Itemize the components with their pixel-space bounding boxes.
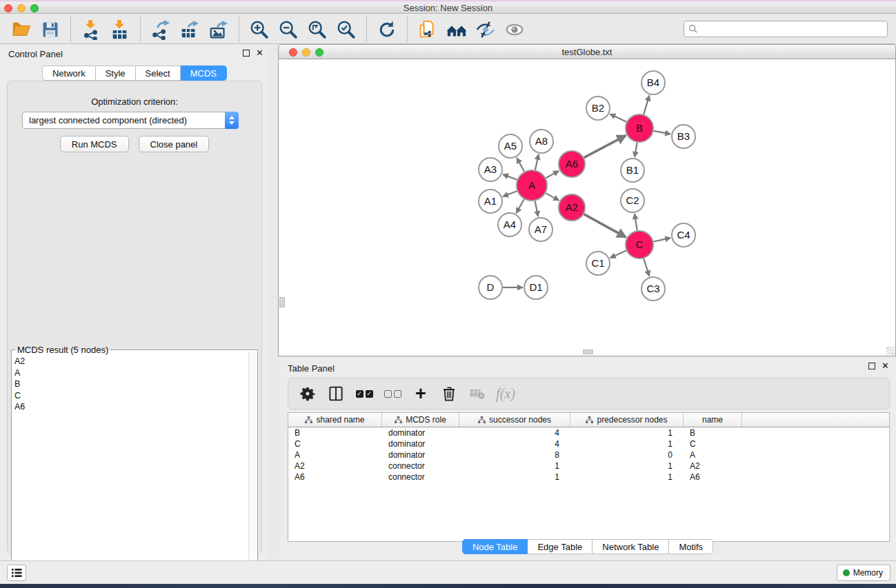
edge-A-A2[interactable]	[546, 193, 559, 201]
duplicate-network-button[interactable]	[415, 17, 441, 42]
save-session-button[interactable]	[37, 17, 63, 42]
result-item-b[interactable]: B	[14, 378, 246, 390]
home-button[interactable]	[444, 17, 470, 42]
search-input[interactable]	[698, 22, 887, 36]
node-A8[interactable]: A8	[530, 130, 553, 153]
result-item-a[interactable]: A	[14, 367, 246, 379]
node-B4[interactable]: B4	[641, 71, 665, 94]
node-A7[interactable]: A7	[529, 218, 552, 241]
edge-C-C2[interactable]	[635, 214, 637, 230]
zoom-out-button[interactable]	[275, 17, 301, 42]
edge-C-C4[interactable]	[654, 238, 670, 241]
table-row[interactable]: Bdominator41B	[288, 427, 889, 438]
add-column-button[interactable]: +	[410, 382, 432, 405]
result-item-a6[interactable]: A6	[14, 401, 246, 413]
edge-C-C3[interactable]	[644, 258, 649, 276]
tab-motifs[interactable]: Motifs	[669, 539, 713, 554]
node-D1[interactable]: D1	[524, 276, 548, 299]
resize-grip-icon[interactable]	[886, 347, 895, 355]
table-options-button[interactable]	[297, 382, 319, 405]
select-all-button[interactable]: ✓✓	[353, 382, 375, 405]
edge-A-A6[interactable]	[546, 171, 559, 178]
search-field[interactable]	[684, 21, 888, 37]
column-header-name[interactable]: name	[684, 413, 742, 427]
node-B[interactable]: B	[626, 114, 653, 142]
result-scrollbar[interactable]	[248, 352, 256, 582]
column-header-mcds-role[interactable]: MCDS role	[382, 413, 459, 427]
column-header-shared-name[interactable]: shared name	[288, 413, 382, 427]
table-close-panel-icon[interactable]: ✕	[882, 363, 889, 369]
edge-B-B3[interactable]	[654, 131, 670, 134]
result-item-c[interactable]: C	[14, 390, 246, 402]
memory-button[interactable]: Memory	[837, 565, 890, 581]
export-table-button[interactable]	[177, 17, 203, 42]
node-A1[interactable]: A1	[479, 190, 502, 213]
edge-C-C1[interactable]	[610, 251, 626, 258]
hide-graphics-details-button[interactable]	[472, 17, 499, 42]
node-C3[interactable]: C3	[641, 277, 665, 301]
show-graphics-details-button[interactable]	[501, 17, 528, 42]
delete-column-button[interactable]	[438, 382, 460, 405]
edge-A-A3[interactable]	[503, 174, 517, 180]
tab-network[interactable]: Network	[42, 65, 96, 81]
delete-table-button[interactable]	[466, 382, 488, 405]
show-columns-button[interactable]	[325, 382, 347, 405]
table-row[interactable]: A2connector11A2	[288, 460, 889, 472]
node-A2[interactable]: A2	[559, 194, 585, 221]
export-network-button[interactable]	[148, 17, 174, 42]
apply-function-button[interactable]: f(x)	[495, 382, 517, 405]
tab-node-table[interactable]: Node Table	[462, 539, 528, 554]
network-vertical-scrollbar[interactable]	[279, 297, 285, 307]
tab-mcds[interactable]: MCDS	[181, 65, 227, 81]
close-panel-icon[interactable]: ✕	[256, 50, 263, 57]
float-panel-icon[interactable]	[243, 50, 250, 57]
node-B2[interactable]: B2	[586, 97, 610, 120]
edge-A-A7[interactable]	[535, 201, 539, 216]
edge-B-B4[interactable]	[644, 96, 649, 114]
network-window-titlebar[interactable]: testGlobe.txt	[278, 44, 896, 59]
node-A[interactable]: A	[517, 170, 547, 201]
edge-A6-B[interactable]	[584, 136, 626, 158]
edge-B-B2[interactable]	[610, 114, 627, 121]
network-horizontal-scrollbar[interactable]	[583, 349, 593, 354]
column-header-predecessor-nodes[interactable]: predecessor nodes	[570, 413, 684, 427]
edge-A-A5[interactable]	[517, 158, 524, 172]
edge-A-A1[interactable]	[503, 191, 517, 196]
node-C4[interactable]: C4	[672, 223, 695, 247]
task-history-button[interactable]	[7, 565, 26, 581]
tab-network-table[interactable]: Network Table	[593, 539, 669, 554]
tab-style[interactable]: Style	[96, 65, 136, 81]
zoom-selected-button[interactable]	[333, 17, 359, 42]
import-table-button[interactable]	[107, 17, 133, 42]
column-header-successor-nodes[interactable]: successor nodes	[459, 413, 570, 427]
node-B3[interactable]: B3	[672, 125, 695, 148]
node-D[interactable]: D	[479, 276, 502, 299]
result-item-a2[interactable]: A2	[14, 356, 246, 367]
zoom-in-button[interactable]	[246, 17, 272, 42]
node-C2[interactable]: C2	[621, 189, 644, 212]
node-A3[interactable]: A3	[479, 158, 502, 181]
network-canvas[interactable]: B4B2BB3A5A8A6B1A3AC2A1A2A4A7C4CC1C3DD1	[278, 59, 896, 356]
edge-A2-C[interactable]	[584, 214, 626, 237]
node-A5[interactable]: A5	[499, 134, 522, 158]
table-row[interactable]: A6connector11A6	[288, 472, 889, 483]
refresh-button[interactable]	[374, 17, 400, 42]
tab-edge-table[interactable]: Edge Table	[528, 539, 593, 554]
node-B1[interactable]: B1	[621, 159, 644, 182]
node-C[interactable]: C	[626, 231, 653, 258]
node-A6[interactable]: A6	[559, 151, 585, 177]
edge-B-B1[interactable]	[635, 143, 637, 157]
tab-select[interactable]: Select	[136, 65, 181, 81]
table-row[interactable]: Cdominator41C	[288, 438, 889, 449]
zoom-fit-button[interactable]	[304, 17, 330, 42]
open-session-button[interactable]	[8, 17, 34, 42]
table-float-panel-icon[interactable]	[868, 363, 875, 369]
import-network-button[interactable]	[78, 17, 104, 42]
table-row[interactable]: Adominator80A	[288, 449, 889, 460]
edge-A-A8[interactable]	[535, 154, 539, 170]
export-image-button[interactable]	[206, 17, 232, 42]
node-A4[interactable]: A4	[498, 213, 521, 236]
deselect-all-button[interactable]	[381, 382, 404, 405]
node-C1[interactable]: C1	[586, 252, 610, 275]
edge-A-A4[interactable]	[517, 199, 524, 213]
